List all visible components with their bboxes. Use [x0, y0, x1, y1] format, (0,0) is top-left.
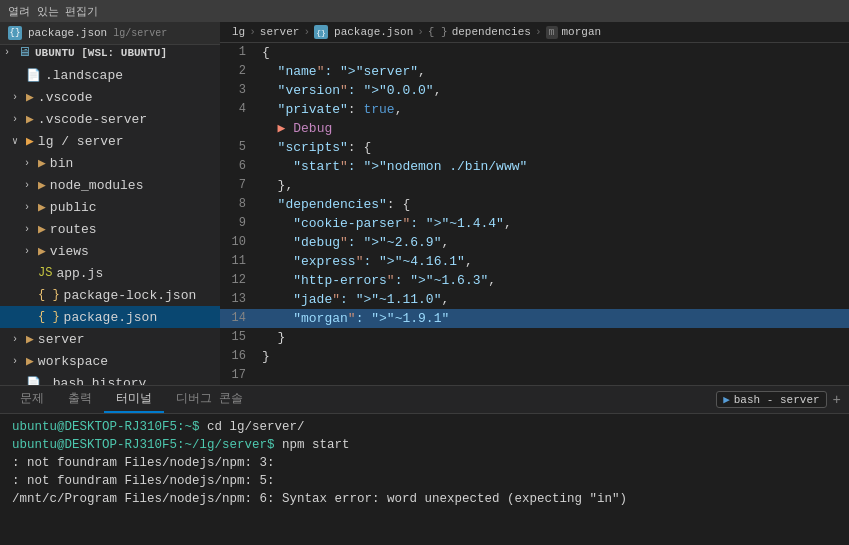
line-content-3: "version": ">"0.0.0", — [262, 81, 849, 100]
terminal-line-3: : not foundram Files/nodejs/npm: 5: — [12, 472, 837, 490]
code-line-: ▶ Debug — [220, 119, 849, 138]
breadcrumb-lg[interactable]: lg — [232, 26, 245, 38]
terminal-line-2: : not foundram Files/nodejs/npm: 3: — [12, 454, 837, 472]
sidebar-item-server[interactable]: ›▶server — [0, 328, 220, 350]
terminal-cmd-1: npm start — [275, 438, 350, 452]
root-folder[interactable]: › 🖥 UBUNTU [WSL: UBUNTU] — [0, 45, 220, 60]
line-content-6: "start": ">"nodemon ./bin/www" — [262, 157, 849, 176]
label-landscape: .landscape — [45, 68, 123, 83]
sidebar-item-package-lock[interactable]: { }package-lock.json — [0, 284, 220, 306]
line-number-7: 7 — [220, 176, 262, 195]
file-tree: 📄.landscape›▶.vscode›▶.vscode-server∨▶lg… — [0, 60, 220, 385]
arrow-package-lock — [24, 290, 36, 301]
arrow-server: › — [12, 334, 24, 345]
icon-node_modules: ▶ — [38, 177, 46, 193]
root-folder-icon: 🖥 — [18, 45, 31, 60]
tab-problems[interactable]: 문제 — [8, 386, 56, 413]
label-vscode: .vscode — [38, 90, 93, 105]
sidebar-item-vscode-server[interactable]: ›▶.vscode-server — [0, 108, 220, 130]
label-node_modules: node_modules — [50, 178, 144, 193]
line-number-15: 15 — [220, 328, 262, 347]
line-content-16: } — [262, 347, 849, 366]
line-content-7: }, — [262, 176, 849, 195]
label-package-json: package.json — [64, 310, 158, 325]
terminal-actions: ▶ bash - server + — [716, 391, 841, 408]
arrow-package-json — [24, 312, 36, 323]
sidebar-item-appjs[interactable]: JSapp.js — [0, 262, 220, 284]
terminal-error-3: : not foundram Files/nodejs/npm: 5: — [12, 474, 275, 488]
arrow-vscode: › — [12, 92, 24, 103]
line-content-: ▶ Debug — [262, 119, 849, 138]
icon-workspace: ▶ — [26, 353, 34, 369]
tab-output[interactable]: 출력 — [56, 386, 104, 413]
open-editor-path: lg/server — [113, 28, 167, 39]
breadcrumb: lg › server › {} package.json › { } depe… — [220, 22, 849, 43]
code-line-15: 15 } — [220, 328, 849, 347]
icon-views: ▶ — [38, 243, 46, 259]
sidebar-item-workspace[interactable]: ›▶workspace — [0, 350, 220, 372]
label-appjs: app.js — [56, 266, 103, 281]
sidebar-item-lg-server[interactable]: ∨▶lg / server — [0, 130, 220, 152]
breadcrumb-dependencies-icon: { } — [428, 26, 448, 38]
line-number-12: 12 — [220, 271, 262, 290]
line-content-10: "debug": ">"~2.6.9", — [262, 233, 849, 252]
terminal-prompt-0: ubuntu@DESKTOP-RJ310F5:~$ — [12, 420, 200, 434]
terminal-panel: 문제 출력 터미널 디버그 콘솔 ▶ bash - server + ubunt… — [0, 385, 849, 545]
add-terminal-button[interactable]: + — [833, 392, 841, 408]
sidebar-item-package-json[interactable]: { }package.json — [0, 306, 220, 328]
sidebar-item-vscode[interactable]: ›▶.vscode — [0, 86, 220, 108]
title-bar: 열려 있는 편집기 — [0, 0, 849, 22]
line-content-5: "scripts": { — [262, 138, 849, 157]
line-content-1: { — [262, 43, 849, 62]
sidebar-item-bin[interactable]: ›▶bin — [0, 152, 220, 174]
arrow-bash_history — [12, 378, 24, 386]
code-line-11: 11 "express": ">"~4.16.1", — [220, 252, 849, 271]
icon-package-lock: { } — [38, 288, 60, 302]
breadcrumb-morgan[interactable]: morgan — [562, 26, 602, 38]
terminal-error-2: : not foundram Files/nodejs/npm: 3: — [12, 456, 275, 470]
icon-routes: ▶ — [38, 221, 46, 237]
sidebar-item-routes[interactable]: ›▶routes — [0, 218, 220, 240]
line-number-3: 3 — [220, 81, 262, 100]
code-line-12: 12 "http-errors": ">"~1.6.3", — [220, 271, 849, 290]
breadcrumb-server[interactable]: server — [260, 26, 300, 38]
sidebar-item-views[interactable]: ›▶views — [0, 240, 220, 262]
terminal-line-1: ubuntu@DESKTOP-RJ310F5:~/lg/server$ npm … — [12, 436, 837, 454]
code-line-16: 16} — [220, 347, 849, 366]
line-number-13: 13 — [220, 290, 262, 309]
arrow-vscode-server: › — [12, 114, 24, 125]
tab-debug-console[interactable]: 디버그 콘솔 — [164, 386, 255, 413]
sidebar-item-landscape[interactable]: 📄.landscape — [0, 64, 220, 86]
arrow-appjs — [24, 268, 36, 279]
package-json-breadcrumb-icon: {} — [314, 25, 328, 39]
breadcrumb-packagejson[interactable]: package.json — [334, 26, 413, 38]
line-content-9: "cookie-parser": ">"~1.4.4", — [262, 214, 849, 233]
terminal-badge-label: bash - server — [734, 394, 820, 406]
sidebar-item-node_modules[interactable]: ›▶node_modules — [0, 174, 220, 196]
breadcrumb-dependencies[interactable]: dependencies — [452, 26, 531, 38]
debug-arrow: ▶ — [278, 121, 294, 136]
icon-vscode: ▶ — [26, 89, 34, 105]
line-number-14: 14 — [220, 309, 262, 328]
open-editor-filename[interactable]: package.json — [28, 27, 107, 39]
icon-package-json: { } — [38, 310, 60, 324]
code-line-9: 9 "cookie-parser": ">"~1.4.4", — [220, 214, 849, 233]
debug-label: Debug — [293, 121, 332, 136]
code-line-4: 4 "private": true, — [220, 100, 849, 119]
arrow-lg-server: ∨ — [12, 135, 24, 147]
icon-bin: ▶ — [38, 155, 46, 171]
label-workspace: workspace — [38, 354, 108, 369]
line-content-13: "jade": ">"~1.11.0", — [262, 290, 849, 309]
sidebar-item-public[interactable]: ›▶public — [0, 196, 220, 218]
main-layout: {} package.json lg/server › 🖥 UBUNTU [WS… — [0, 22, 849, 385]
code-line-6: 6 "start": ">"nodemon ./bin/www" — [220, 157, 849, 176]
code-line-3: 3 "version": ">"0.0.0", — [220, 81, 849, 100]
label-routes: routes — [50, 222, 97, 237]
arrow-workspace: › — [12, 356, 24, 367]
icon-vscode-server: ▶ — [26, 111, 34, 127]
sidebar-item-bash_history[interactable]: 📄.bash_history — [0, 372, 220, 385]
tab-terminal[interactable]: 터미널 — [104, 386, 164, 413]
terminal-badge: ▶ bash - server — [716, 391, 826, 408]
icon-public: ▶ — [38, 199, 46, 215]
terminal-content: ubuntu@DESKTOP-RJ310F5:~$ cd lg/server/u… — [0, 414, 849, 545]
